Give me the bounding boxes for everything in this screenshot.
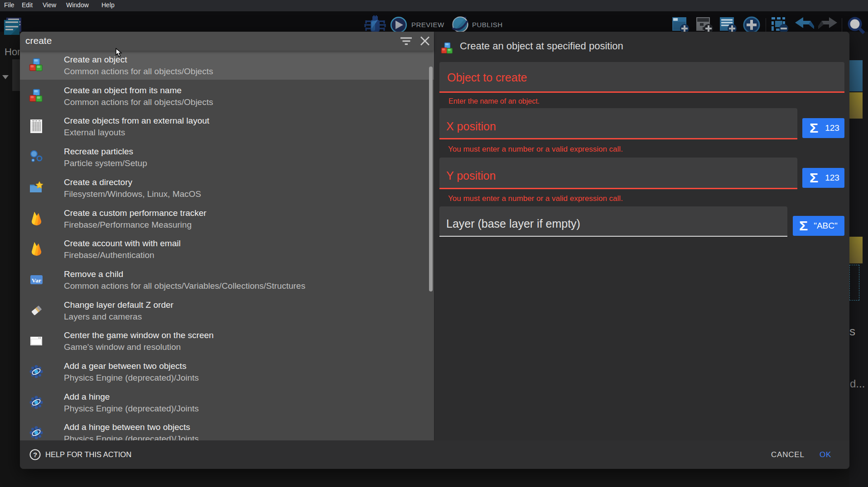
svg-text:?: ? — [33, 451, 37, 458]
